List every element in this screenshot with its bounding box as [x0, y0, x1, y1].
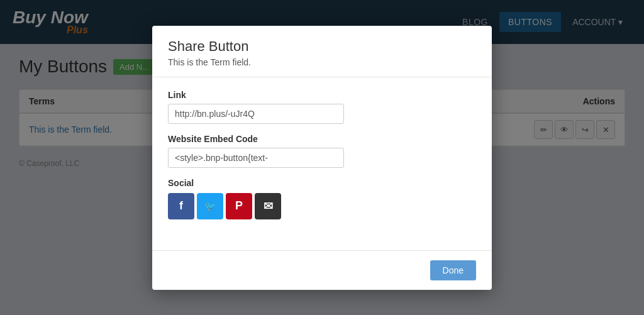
pinterest-share-button[interactable]: P [226, 193, 252, 219]
modal-footer: Done [152, 250, 492, 290]
facebook-share-button[interactable]: f [168, 193, 194, 219]
share-modal: Share Button This is the Term field. Lin… [152, 26, 492, 290]
embed-label: Website Embed Code [168, 134, 476, 144]
link-label: Link [168, 90, 476, 100]
embed-input[interactable] [168, 148, 344, 168]
modal-body: Link Website Embed Code Social f 🐦 P ✉ [152, 77, 492, 250]
link-input[interactable] [168, 104, 344, 124]
twitter-share-button[interactable]: 🐦 [197, 193, 223, 219]
modal-header: Share Button This is the Term field. [152, 26, 492, 77]
modal-title: Share Button [168, 38, 476, 55]
done-button[interactable]: Done [430, 260, 476, 280]
social-icons: f 🐦 P ✉ [168, 193, 476, 219]
email-share-button[interactable]: ✉ [255, 193, 281, 219]
social-label: Social [168, 178, 476, 188]
modal-overlay: Share Button This is the Term field. Lin… [0, 0, 644, 315]
modal-subtitle: This is the Term field. [168, 57, 476, 67]
